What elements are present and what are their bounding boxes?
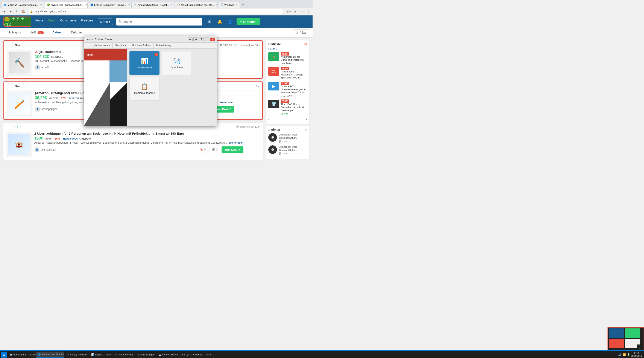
back-button[interactable]: ◀ <box>2 9 7 14</box>
deal-thumb-1: 🔨 <box>7 50 32 76</box>
settings-icon[interactable]: ⚙ <box>304 42 307 46</box>
activity-item-2[interactable]: ⌚ Du hast den Deal [Regional Saturn... 💬… <box>268 145 307 156</box>
momentaufnahme-label: Momentaufnahme <box>134 92 155 95</box>
lenovo-body: open 1 📊 Hardware-scan 🩺 Symptome <box>84 49 216 126</box>
tab-4[interactable]: 🔍 windows hilfe forum - Googl... ✕ <box>132 2 174 8</box>
activity-thumb-1: ⌚ <box>268 133 277 142</box>
bookmark-btn-3[interactable]: 🔖 0 <box>198 147 208 153</box>
lenovo-tab-3[interactable]: Momentaufnahme <box>129 43 154 48</box>
avatar-btn[interactable]: 👤 <box>226 18 234 25</box>
store-label-3[interactable]: Travelcircus <box>63 137 78 140</box>
lenovo-card-symptome[interactable]: 🩺 Symptome <box>162 51 192 75</box>
tab-3[interactable]: 🔵 English Community - Lenovo... ✕ <box>88 2 131 8</box>
readmore-2[interactable]: Weiterlesen <box>220 101 234 104</box>
tab-heiss[interactable]: Heiß 99+ <box>25 28 48 37</box>
tab-close-6[interactable]: ✕ <box>236 4 238 6</box>
hottest-item-4[interactable]: 👕 3302° 12 x HEAD Herren Boxershorts - L… <box>268 100 307 115</box>
search-bar[interactable]: 🔍 <box>116 18 202 25</box>
hottest-info-2: 4524° [Mediamarkt] Mediamarkt Clubtage-S… <box>281 67 307 80</box>
tab-close-4[interactable]: ✕ <box>170 4 172 6</box>
nav-menu-button[interactable]: Menü ▾ <box>98 18 113 25</box>
deal-info-3: 2 Übernachtungen für 2 Personen am Boden… <box>34 132 244 157</box>
tab-favicon-2: 🟢 <box>47 3 50 6</box>
reload-button[interactable]: ↻ <box>14 9 20 14</box>
mail-icon-btn[interactable]: ✉ <box>206 18 214 25</box>
lenovo-info-btn[interactable]: ℹ <box>204 37 209 41</box>
vote-plus-2[interactable]: + <box>22 83 28 89</box>
tab-highlights[interactable]: Highlights <box>4 28 25 37</box>
tab-close-2[interactable]: ✕ <box>85 4 87 6</box>
menu-btn[interactable]: ⋮ <box>306 9 311 14</box>
sidebar-period[interactable]: Heute ▾ <box>268 48 307 51</box>
tab-close-5[interactable]: ✕ <box>216 4 218 6</box>
lenovo-blue-shape <box>110 60 127 82</box>
extensions-btn[interactable]: ⊕ <box>293 9 298 14</box>
lenovo-tab-1[interactable]: Hardware-scan <box>91 43 113 48</box>
tab-6[interactable]: 🪟 Windows ✕ <box>218 2 240 8</box>
activity-date-2: 💬 4. Okt <box>279 152 307 155</box>
prev-btn[interactable]: ‹ <box>268 117 270 122</box>
posted-3: eingestellt vor 12 m <box>240 125 260 128</box>
site-logo[interactable]: 🐸 ✦ Y ✦ <{Z <box>4 16 31 27</box>
search-input[interactable] <box>123 20 200 23</box>
address-bar[interactable]: 🔒 https://www.mydealz.de/new <box>28 9 283 14</box>
hottest-title-4: 12 x HEAD Herren Boxershorts - Limitiert… <box>281 103 307 112</box>
store-label-2[interactable]: Amazon <box>69 97 79 100</box>
tab-close-3[interactable]: ✕ <box>128 4 130 6</box>
forward-button[interactable]: ▶ <box>8 9 13 14</box>
deal-price-3: 198€ 306€ -35% Travelcircus Angebote <box>34 136 244 141</box>
deal-user-3: 👤 schnappjäger <box>34 147 56 152</box>
chevron-down-icon: ▾ <box>276 48 277 51</box>
bell-icon-btn[interactable]: 🔔 <box>216 18 224 25</box>
readmore-3[interactable]: Weiterlesen <box>229 141 244 144</box>
hottest-item-3[interactable]: ▶ 3369° Gratis HEVC-Videoverweiterungen … <box>268 82 307 98</box>
vote-minus-2[interactable]: − <box>7 83 13 89</box>
lenovo-graphic <box>84 60 127 126</box>
lenovo-minimize-btn[interactable]: — <box>188 37 192 41</box>
zum-deal-btn-3[interactable]: Zum Deal ↗ <box>222 146 244 153</box>
nav-freebies[interactable]: Freebies <box>81 18 93 25</box>
deal-card-3: − + 🕐 eingestellt vor 12 m 🏨 2 Übernacht… <box>4 123 263 160</box>
hottest-item-1[interactable]: 🐝 4624° Kostenlose Bienen-Umweltaktionst… <box>268 52 307 65</box>
next-btn[interactable]: › <box>306 117 307 122</box>
hottest-item-2[interactable]: Spartdoch 4524° [Mediamarkt] Mediamarkt … <box>268 67 307 80</box>
activity-close-icon[interactable]: × <box>305 128 307 131</box>
vote-minus-3[interactable]: − <box>6 124 12 130</box>
tab-5[interactable]: 📋 Neue Frage erstellen oder Dis... ✕ <box>175 2 218 8</box>
lenovo-left-panel: open <box>84 49 127 126</box>
comment-btn-3[interactable]: 💬 0 <box>210 147 220 153</box>
new-tab-button[interactable]: + <box>240 2 246 8</box>
eintragen-button[interactable]: + Eintragen <box>236 18 260 25</box>
lenovo-card-momentaufnahme[interactable]: 📋 Momentaufnahme <box>130 77 160 101</box>
tab-1[interactable]: 🔷 Microsoft-Patchday Septem... ✕ <box>1 2 44 8</box>
lenovo-window[interactable]: Lenovo Solution Center — ⚙ ? ℹ ✕ ... Har… <box>84 36 217 126</box>
lenovo-tab-0[interactable]: ... <box>84 43 91 48</box>
home-button[interactable]: 🏠 <box>21 9 26 14</box>
hottest-badge-1: 4624° <box>281 52 289 55</box>
hardware-scan-icon: 📊 <box>141 57 148 64</box>
lenovo-card-hardware[interactable]: 1 📊 Hardware-scan <box>130 51 160 75</box>
nav-gutscheine[interactable]: Gutscheine <box>60 18 76 25</box>
activity-item-1[interactable]: ⌚ Du hast den Deal [Regional Saturn... 💬… <box>268 133 307 143</box>
tab-aktuell[interactable]: Aktuell <box>48 28 67 37</box>
tab-favicon-1: 🔷 <box>4 3 7 6</box>
tab-2[interactable]: 🟢 mydealz.de - Schnäppchen #... ✕ <box>45 2 88 8</box>
lenovo-win-controls: — ⚙ ? ℹ ✕ <box>188 37 215 41</box>
activity-text-2: Du hast den Deal [Regional Saturn... <box>279 145 307 152</box>
deal-thumb-3: 🏨 <box>6 132 32 157</box>
tab-close-1[interactable]: ✕ <box>40 4 42 6</box>
lenovo-tab-2[interactable]: Symptome <box>113 43 130 48</box>
vote-plus-3[interactable]: + <box>14 124 20 130</box>
lenovo-close-btn[interactable]: ✕ <box>210 37 215 41</box>
site-navbar: 🐸 ✦ Y ✦ <{Z Home Deals Gutscheine Freebi… <box>0 15 312 28</box>
deal-title-3[interactable]: 2 Übernachtungen für 2 Personen am Boden… <box>34 132 244 135</box>
filter-button[interactable]: ⚙ Filter <box>293 29 309 36</box>
vote-minus-1[interactable]: − <box>7 42 13 48</box>
lenovo-tab-4[interactable]: Unterstützung <box>154 43 174 48</box>
bookmark-star[interactable]: ☆ <box>299 9 304 14</box>
lenovo-settings-btn[interactable]: ⚙ <box>194 37 198 41</box>
lenovo-help-btn[interactable]: ? <box>199 37 204 41</box>
nav-home[interactable]: Home <box>35 18 43 25</box>
nav-deals[interactable]: Deals <box>48 18 56 25</box>
vote-plus-1[interactable]: + <box>22 42 28 48</box>
